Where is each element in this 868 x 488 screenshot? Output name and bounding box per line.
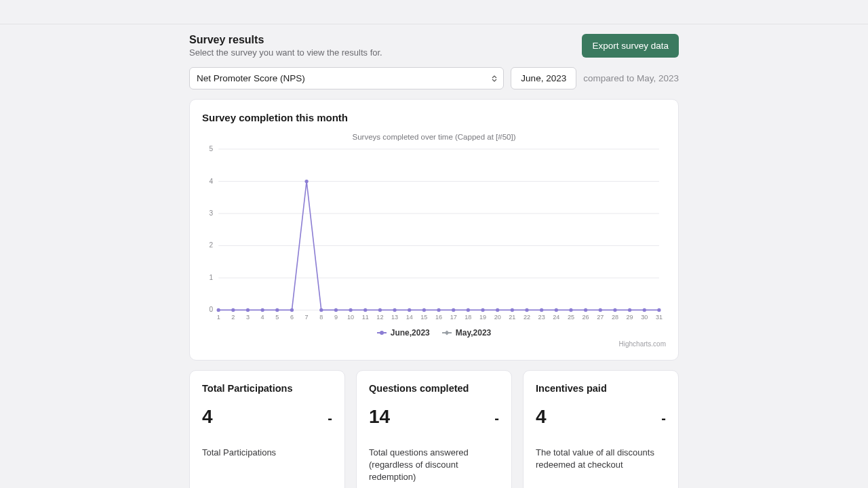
svg-point-55 — [393, 308, 396, 312]
svg-point-61 — [481, 308, 484, 312]
main-container: Survey results Select the survey you wan… — [189, 24, 679, 488]
stat-compare-value: - — [661, 411, 666, 426]
svg-point-59 — [452, 308, 455, 312]
svg-point-49 — [304, 180, 308, 183]
svg-text:1: 1 — [210, 274, 214, 281]
legend-label-june: June,2023 — [391, 328, 430, 338]
svg-text:21: 21 — [509, 314, 515, 321]
svg-point-70 — [613, 308, 616, 312]
svg-point-50 — [319, 308, 323, 312]
svg-point-60 — [467, 308, 470, 312]
svg-point-48 — [290, 308, 294, 312]
svg-text:26: 26 — [583, 314, 589, 321]
svg-text:31: 31 — [656, 314, 663, 321]
svg-text:5: 5 — [210, 145, 214, 152]
svg-point-47 — [275, 308, 279, 312]
stat-description: Total questions answered (regardless of … — [369, 447, 499, 484]
svg-text:1: 1 — [217, 314, 220, 321]
svg-text:0: 0 — [210, 306, 214, 313]
compared-to-text: compared to May, 2023 — [583, 73, 679, 83]
stat-description: Total Participations — [202, 447, 332, 459]
svg-point-64 — [525, 308, 528, 312]
svg-text:19: 19 — [479, 314, 486, 321]
stat-title: Total Participations — [202, 383, 332, 394]
header-row: Survey results Select the survey you wan… — [189, 34, 679, 58]
svg-point-68 — [584, 308, 587, 312]
top-bar — [0, 0, 868, 24]
svg-point-67 — [569, 308, 572, 312]
svg-text:11: 11 — [362, 314, 369, 321]
svg-text:2: 2 — [231, 314, 235, 321]
svg-text:2: 2 — [210, 241, 214, 249]
chart-credits: Highcharts.com — [202, 340, 666, 348]
stat-card-incentives: Incentives paid 4 - The total value of a… — [523, 370, 679, 488]
svg-text:13: 13 — [391, 314, 398, 321]
svg-text:28: 28 — [612, 314, 618, 321]
export-button[interactable]: Export survey data — [582, 34, 679, 58]
svg-text:12: 12 — [376, 314, 383, 321]
stat-primary-value: 4 — [536, 406, 547, 428]
svg-text:17: 17 — [450, 314, 457, 321]
stat-values: 4 - — [202, 406, 332, 428]
svg-text:10: 10 — [347, 314, 354, 321]
svg-point-58 — [437, 308, 440, 312]
svg-text:8: 8 — [319, 314, 323, 321]
survey-select-wrap: Net Promoter Score (NPS) — [189, 67, 504, 89]
svg-text:25: 25 — [568, 314, 574, 321]
legend-item-may[interactable]: May,2023 — [442, 328, 491, 338]
svg-point-43 — [217, 308, 220, 312]
stat-values: 4 - — [536, 406, 666, 428]
stats-row: Total Participations 4 - Total Participa… — [189, 370, 679, 488]
chart-subtitle: Surveys completed over time (Capped at [… — [202, 133, 666, 141]
page-subtitle: Select the survey you want to view the r… — [189, 47, 382, 58]
svg-text:23: 23 — [538, 314, 545, 321]
survey-select[interactable]: Net Promoter Score (NPS) — [189, 67, 504, 89]
svg-point-52 — [349, 308, 352, 312]
svg-text:18: 18 — [465, 314, 471, 321]
svg-text:3: 3 — [210, 209, 214, 217]
svg-point-51 — [334, 308, 338, 312]
svg-text:7: 7 — [305, 314, 309, 321]
stat-description: The total value of all discounts redeeme… — [536, 447, 666, 471]
svg-text:5: 5 — [275, 314, 279, 321]
chart-card: Survey completion this month Surveys com… — [189, 99, 679, 361]
legend-label-may: May,2023 — [456, 328, 491, 338]
svg-point-56 — [408, 308, 411, 312]
svg-point-63 — [511, 308, 514, 312]
svg-text:14: 14 — [406, 314, 413, 321]
svg-point-66 — [555, 308, 558, 312]
stat-title: Incentives paid — [536, 383, 666, 394]
svg-point-72 — [643, 308, 646, 312]
stat-primary-value: 14 — [369, 406, 390, 428]
svg-text:3: 3 — [246, 314, 250, 321]
stat-primary-value: 4 — [202, 406, 213, 428]
month-picker-button[interactable]: June, 2023 — [511, 67, 576, 89]
svg-point-46 — [261, 308, 264, 312]
svg-point-44 — [231, 308, 235, 312]
stat-values: 14 - — [369, 406, 499, 428]
svg-text:24: 24 — [553, 314, 559, 321]
chart-svg: 0123451234567891011121314151617181920212… — [202, 145, 666, 323]
svg-point-69 — [599, 308, 602, 312]
controls-row: Net Promoter Score (NPS) June, 2023 comp… — [189, 67, 679, 89]
legend-item-june[interactable]: June,2023 — [377, 328, 430, 338]
svg-point-73 — [657, 308, 660, 312]
svg-text:20: 20 — [494, 314, 501, 321]
svg-text:9: 9 — [334, 314, 338, 321]
svg-text:22: 22 — [524, 314, 530, 321]
svg-text:15: 15 — [420, 314, 427, 321]
svg-point-65 — [540, 308, 543, 312]
svg-point-62 — [496, 308, 499, 312]
svg-point-57 — [422, 308, 426, 312]
svg-text:27: 27 — [597, 314, 604, 321]
stat-card-questions: Questions completed 14 - Total questions… — [356, 370, 512, 488]
chart-legend: June,2023 May,2023 — [202, 328, 666, 338]
svg-text:30: 30 — [641, 314, 648, 321]
stat-card-participations: Total Participations 4 - Total Participa… — [189, 370, 345, 488]
svg-text:4: 4 — [261, 314, 264, 321]
svg-point-45 — [246, 308, 250, 312]
stat-compare-value: - — [328, 411, 332, 426]
svg-point-53 — [363, 308, 367, 312]
chart-panel-title: Survey completion this month — [202, 112, 666, 123]
svg-text:16: 16 — [435, 314, 442, 321]
